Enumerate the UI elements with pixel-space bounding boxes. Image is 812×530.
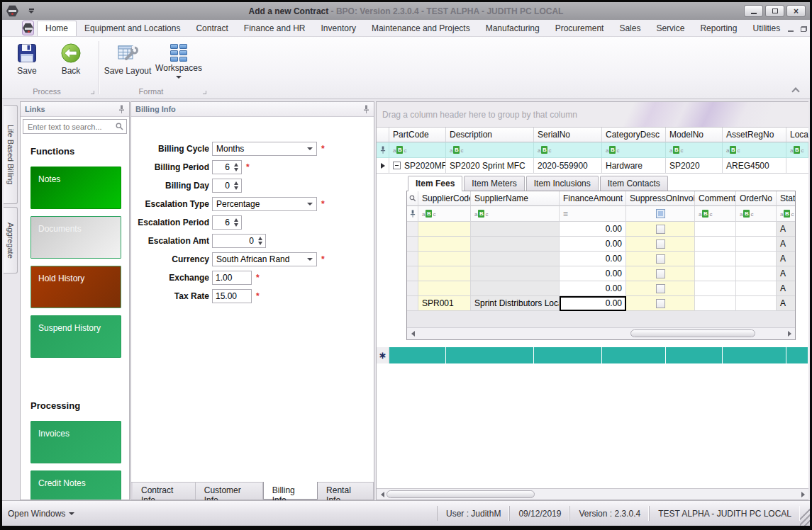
cell-status[interactable]: A: [777, 296, 795, 311]
tab-aggregate[interactable]: Aggregate: [4, 207, 18, 274]
mdi-minimize-icon[interactable]: [788, 30, 794, 32]
filter-cell[interactable]: aBc: [446, 142, 534, 158]
group-dialog-launcher-icon[interactable]: [91, 91, 94, 94]
new-row-cell[interactable]: [389, 347, 446, 363]
cell-partcode[interactable]: SP2020MFC: [389, 158, 446, 174]
ribbon-tab-reporting[interactable]: Reporting: [692, 21, 745, 36]
group-by-bar[interactable]: Drag a column header here to group by th…: [377, 102, 808, 128]
ribbon-tab-finance-and-hr[interactable]: Finance and HR: [236, 21, 313, 36]
open-windows-button[interactable]: Open Windows: [8, 509, 74, 519]
cell-financeamount[interactable]: 0.00: [560, 266, 626, 281]
checkbox[interactable]: [656, 299, 665, 308]
new-row-cell[interactable]: [534, 347, 602, 363]
cell-suppliername[interactable]: [471, 252, 560, 266]
cell-comment[interactable]: [695, 252, 736, 266]
scroll-right-icon[interactable]: [799, 492, 807, 497]
new-row-cell[interactable]: [666, 347, 723, 363]
group-dialog-launcher-icon[interactable]: [203, 91, 206, 94]
collapse-row-icon[interactable]: [393, 162, 401, 169]
cell-suppliername[interactable]: Sprint Distributors Local: [471, 296, 560, 311]
cell-suppliercode[interactable]: [418, 281, 471, 296]
cell-status[interactable]: A: [777, 222, 795, 237]
tab-item-contacts[interactable]: Item Contacts: [600, 176, 668, 191]
tab-item-meters[interactable]: Item Meters: [464, 176, 524, 191]
cell-suppressoninvoice[interactable]: [626, 222, 695, 237]
cell-financeamount-focused[interactable]: 0.00: [560, 296, 626, 311]
cell-orderno[interactable]: [736, 296, 777, 311]
subgrid-row[interactable]: 0.00 A: [407, 237, 795, 252]
new-row-cell[interactable]: [446, 347, 534, 363]
cell-orderno[interactable]: [736, 266, 777, 281]
scroll-left-icon[interactable]: [408, 331, 417, 337]
grid-horizontal-scrollbar[interactable]: [377, 488, 808, 500]
filter-cell[interactable]: aBc: [777, 206, 795, 222]
column-header-description[interactable]: Description: [446, 128, 534, 142]
tab-life-based-billing[interactable]: Life Based Billing: [4, 105, 18, 204]
subgrid-row[interactable]: 0.00 A: [407, 252, 795, 266]
grid-data-row[interactable]: SP2020MFC SP2020 Sprint MFC 2020-559900 …: [377, 158, 808, 174]
cell-orderno[interactable]: [736, 222, 777, 237]
subgrid-row[interactable]: 0.00 A: [407, 222, 795, 237]
scrollbar-thumb[interactable]: [630, 329, 755, 337]
documents-button[interactable]: Documents: [30, 216, 121, 259]
cell-comment[interactable]: [695, 296, 736, 311]
spin-up-icon[interactable]: [258, 237, 262, 240]
pin-icon[interactable]: [118, 105, 125, 113]
mdi-restore-icon[interactable]: [801, 26, 807, 32]
column-header-modelno[interactable]: ModelNo: [666, 128, 723, 142]
cell-status[interactable]: A: [777, 252, 795, 266]
filter-cell[interactable]: aBc: [534, 142, 602, 158]
application-menu-button[interactable]: [22, 21, 34, 35]
cell-modelno[interactable]: SP2020: [666, 158, 723, 174]
filter-cell[interactable]: aBc: [389, 142, 446, 158]
tab-item-fees[interactable]: Item Fees: [408, 176, 462, 191]
ribbon-tab-inventory[interactable]: Inventory: [313, 21, 364, 36]
spin-up-icon[interactable]: [234, 163, 238, 167]
search-icon[interactable]: [116, 123, 123, 130]
cell-financeamount[interactable]: 0.00: [560, 281, 626, 296]
scroll-right-icon[interactable]: [785, 331, 794, 337]
cell-suppliercode[interactable]: [418, 222, 471, 237]
cell-serialno[interactable]: 2020-559900: [534, 158, 602, 174]
escalation-period-spinner[interactable]: [212, 215, 242, 230]
ribbon-tab-sales[interactable]: Sales: [611, 21, 648, 36]
workspaces-button[interactable]: Workspaces: [154, 41, 204, 79]
cell-orderno[interactable]: [736, 252, 777, 266]
scrollbar-thumb[interactable]: [386, 490, 535, 498]
checkbox[interactable]: [656, 239, 665, 249]
spin-down-icon[interactable]: [234, 168, 238, 171]
cell-suppliername[interactable]: [471, 237, 560, 252]
filter-cell[interactable]: aBc: [695, 206, 736, 222]
collapse-ribbon-icon[interactable]: [791, 87, 799, 95]
column-header-locationdesc[interactable]: LocationDesc: [786, 128, 808, 142]
hold-history-button[interactable]: Hold History: [30, 266, 121, 308]
back-button[interactable]: Back: [49, 41, 93, 76]
column-header-financeamount[interactable]: FinanceAmount: [560, 191, 626, 206]
column-header-partcode[interactable]: PartCode: [389, 128, 446, 142]
cell-suppliercode[interactable]: [418, 237, 471, 252]
spin-down-icon[interactable]: [234, 186, 238, 190]
tab-customer-info[interactable]: Customer Info: [196, 483, 263, 500]
cell-suppressoninvoice[interactable]: [626, 296, 695, 311]
billing-period-spinner[interactable]: [212, 160, 242, 174]
cell-financeamount[interactable]: 0.00: [560, 252, 626, 266]
scroll-left-icon[interactable]: [378, 492, 386, 497]
ribbon-tab-manufacturing[interactable]: Manufacturing: [478, 21, 547, 36]
cell-suppressoninvoice[interactable]: [626, 252, 695, 266]
filter-cell[interactable]: aBc: [602, 142, 666, 158]
suspend-history-button[interactable]: Suspend History: [30, 315, 121, 358]
cell-locationdesc[interactable]: [786, 158, 808, 174]
cell-suppliercode[interactable]: [418, 266, 471, 281]
notes-button[interactable]: Notes: [30, 167, 121, 209]
cell-comment[interactable]: [695, 222, 736, 237]
subgrid-horizontal-scrollbar[interactable]: [407, 328, 795, 339]
filter-cell[interactable]: aBc: [418, 206, 471, 222]
subgrid-row-selected[interactable]: SPR001 Sprint Distributors Local 0.00 A: [407, 296, 795, 311]
column-header-suppliercode[interactable]: SupplierCode: [418, 191, 471, 206]
cell-financeamount[interactable]: 0.00: [560, 222, 626, 237]
currency-dropdown[interactable]: South African Rand: [212, 252, 317, 266]
cell-description[interactable]: SP2020 Sprint MFC: [446, 158, 534, 174]
exchange-input[interactable]: [212, 271, 252, 285]
column-header-serialno[interactable]: SerialNo: [534, 128, 602, 142]
cell-suppliername[interactable]: [471, 266, 560, 281]
